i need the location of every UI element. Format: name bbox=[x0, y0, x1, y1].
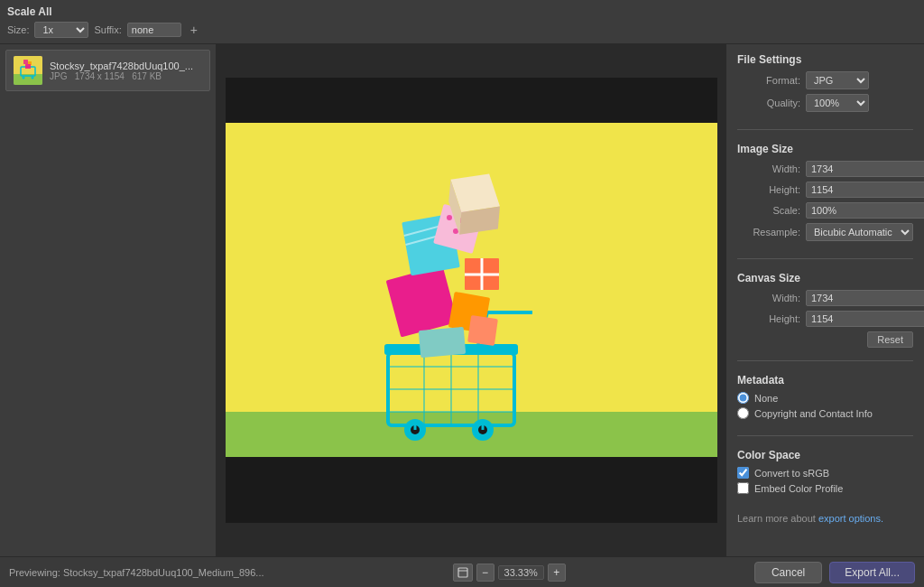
edit-icon-button[interactable] bbox=[453, 564, 473, 582]
bottom-bar: Previewing: Stocksy_txpaf7428bdUuq100_Me… bbox=[0, 556, 924, 587]
canvas-width-label: Width: bbox=[737, 293, 800, 303]
svg-point-34 bbox=[447, 215, 452, 220]
export-link-container: Learn more about export options. bbox=[737, 512, 913, 525]
convert-srgb-row: Convert to sRGB bbox=[737, 467, 913, 479]
svg-point-3 bbox=[23, 77, 25, 79]
canvas-size-title: Canvas Size bbox=[737, 272, 913, 284]
suffix-input[interactable] bbox=[127, 23, 181, 37]
quality-select[interactable]: 100% 90% 80% 70% bbox=[806, 94, 869, 112]
color-space-title: Color Space bbox=[737, 449, 913, 461]
svg-rect-43 bbox=[418, 327, 465, 358]
image-scale-label: Scale: bbox=[737, 205, 800, 216]
svg-rect-45 bbox=[458, 568, 467, 577]
image-height-row: Height: px bbox=[737, 182, 913, 198]
image-width-label: Width: bbox=[737, 163, 800, 174]
reset-row: Reset bbox=[737, 331, 913, 348]
export-options-link[interactable]: export options. bbox=[818, 513, 883, 524]
metadata-title: Metadata bbox=[737, 374, 913, 387]
size-select[interactable]: 1x 2x 3x bbox=[34, 22, 88, 38]
canvas-height-row: Height: px bbox=[737, 311, 913, 327]
file-meta: JPG 1734 x 1154 617 KB bbox=[50, 71, 193, 81]
format-label: Format: bbox=[737, 75, 800, 86]
edit-icon bbox=[457, 567, 468, 578]
image-size-section: Image Size Width: px Height: px Scale: R… bbox=[737, 143, 913, 246]
image-scale-row: Scale: bbox=[737, 202, 913, 219]
resample-row: Resample: Bicubic Automatic Bicubic Bili… bbox=[737, 223, 913, 241]
metadata-copyright-radio[interactable] bbox=[737, 407, 749, 419]
convert-srgb-label: Convert to sRGB bbox=[754, 468, 829, 479]
size-label: Size: bbox=[7, 24, 29, 35]
file-thumb bbox=[14, 56, 42, 85]
metadata-none-row: None bbox=[737, 392, 913, 404]
preview-area bbox=[217, 44, 725, 556]
format-select[interactable]: JPG PNG GIF SVG bbox=[806, 71, 869, 89]
resample-label: Resample: bbox=[737, 227, 800, 238]
svg-rect-7 bbox=[25, 64, 31, 69]
left-panel: Stocksy_txpaf7428bdUuq100_... JPG 1734 x… bbox=[0, 44, 217, 556]
metadata-none-radio[interactable] bbox=[737, 392, 749, 404]
file-name: Stocksy_txpaf7428bdUuq100_... bbox=[50, 61, 193, 71]
image-height-input[interactable] bbox=[806, 182, 924, 198]
suffix-label: Suffix: bbox=[94, 24, 121, 35]
zoom-value: 33.33% bbox=[498, 565, 544, 580]
cancel-button[interactable]: Cancel bbox=[754, 562, 822, 583]
scale-row: Size: 1x 2x 3x Suffix: + bbox=[7, 22, 201, 38]
scale-all-section: Scale All Size: 1x 2x 3x Suffix: + bbox=[7, 5, 201, 38]
export-all-button[interactable]: Export All... bbox=[829, 562, 915, 583]
svg-point-36 bbox=[453, 228, 458, 234]
file-settings-title: File Settings bbox=[737, 53, 913, 66]
metadata-none-label: None bbox=[754, 393, 778, 404]
top-bar: Scale All Size: 1x 2x 3x Suffix: + bbox=[0, 0, 924, 44]
zoom-in-button[interactable]: + bbox=[548, 564, 566, 582]
svg-rect-11 bbox=[226, 412, 717, 457]
right-panel: File Settings Format: JPG PNG GIF SVG Qu… bbox=[725, 44, 924, 556]
image-width-row: Width: px bbox=[737, 161, 913, 177]
embed-profile-label: Embed Color Profile bbox=[754, 483, 843, 494]
image-width-input[interactable] bbox=[806, 161, 924, 177]
preview-canvas bbox=[226, 78, 717, 523]
canvas-size-section: Canvas Size Width: px Height: px Reset bbox=[737, 272, 913, 348]
convert-srgb-checkbox[interactable] bbox=[737, 467, 749, 479]
canvas-height-label: Height: bbox=[737, 313, 800, 324]
bottom-buttons: Cancel Export All... bbox=[754, 562, 915, 583]
reset-button[interactable]: Reset bbox=[867, 331, 913, 348]
image-height-label: Height: bbox=[737, 184, 800, 195]
zoom-out-button[interactable]: − bbox=[476, 564, 494, 582]
resample-select[interactable]: Bicubic Automatic Bicubic Bilinear Neare… bbox=[806, 223, 913, 241]
image-size-title: Image Size bbox=[737, 143, 913, 155]
metadata-section: Metadata None Copyright and Contact Info bbox=[737, 374, 913, 423]
file-settings-section: File Settings Format: JPG PNG GIF SVG Qu… bbox=[737, 53, 913, 116]
metadata-copyright-label: Copyright and Contact Info bbox=[754, 408, 873, 419]
file-info: Stocksy_txpaf7428bdUuq100_... JPG 1734 x… bbox=[50, 61, 193, 81]
format-row: Format: JPG PNG GIF SVG bbox=[737, 71, 913, 89]
svg-rect-5 bbox=[23, 60, 28, 64]
main-area: Stocksy_txpaf7428bdUuq100_... JPG 1734 x… bbox=[0, 44, 924, 556]
image-scale-input[interactable] bbox=[806, 202, 924, 219]
svg-rect-44 bbox=[467, 315, 498, 346]
file-item[interactable]: Stocksy_txpaf7428bdUuq100_... JPG 1734 x… bbox=[5, 50, 210, 91]
canvas-width-row: Width: px bbox=[737, 290, 913, 306]
quality-label: Quality: bbox=[737, 98, 800, 108]
embed-profile-checkbox[interactable] bbox=[737, 482, 749, 494]
zoom-controls: − 33.33% + bbox=[453, 564, 566, 582]
canvas-width-input[interactable] bbox=[806, 290, 924, 306]
svg-rect-8 bbox=[226, 78, 717, 123]
svg-rect-9 bbox=[226, 457, 717, 520]
canvas-height-input[interactable] bbox=[806, 311, 924, 327]
svg-point-4 bbox=[32, 77, 34, 79]
metadata-copyright-row: Copyright and Contact Info bbox=[737, 407, 913, 419]
preview-image bbox=[226, 78, 717, 520]
color-space-section: Color Space Convert to sRGB Embed Color … bbox=[737, 449, 913, 498]
scale-all-title: Scale All bbox=[7, 5, 201, 18]
embed-profile-row: Embed Color Profile bbox=[737, 482, 913, 494]
quality-row: Quality: 100% 90% 80% 70% bbox=[737, 94, 913, 112]
preview-label: Previewing: Stocksy_txpaf7428bdUuq100_Me… bbox=[9, 567, 264, 578]
export-link-prefix: Learn more about bbox=[737, 513, 818, 524]
add-button[interactable]: + bbox=[187, 23, 201, 37]
